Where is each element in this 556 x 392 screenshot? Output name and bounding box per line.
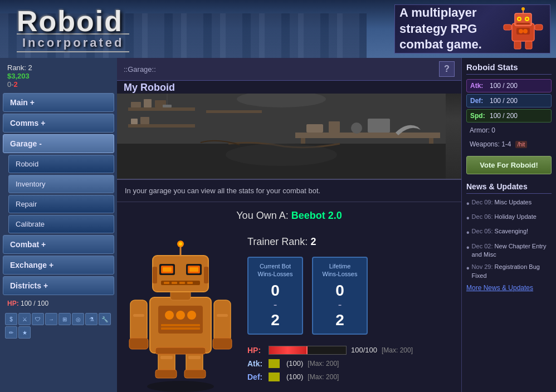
owns-label: You Own A: Beebot 2.0 [125,210,453,222]
current-losses: 2 [253,311,297,329]
garage-image [117,94,461,180]
svg-rect-52 [155,347,206,354]
lifetime-card: Lifetime Wins-Losses 0 - 2 [312,257,368,335]
star-icon[interactable]: ★ [18,326,31,339]
target-icon[interactable]: ◎ [72,313,84,325]
arrow-icon[interactable]: → [45,313,57,325]
bot-name: Beebot 2.0 [291,210,342,221]
svg-rect-69 [172,282,177,284]
atk-stat-label: Atk: [247,359,264,368]
header: Roboid Incorporated A multiplayer strate… [0,0,556,58]
sword-icon[interactable]: ⚔ [18,313,31,325]
news-bullet-3: • [466,242,470,253]
atk-stat-value: (100) [286,359,303,367]
svg-rect-44 [188,356,201,359]
svg-point-4 [518,18,520,20]
header-banner: A multiplayer strategy RPG combat game. [394,4,550,53]
news-item-2: • Dec 05: Scavenging! [466,227,552,238]
more-news-link[interactable]: More News & Updates [466,284,552,292]
svg-rect-75 [153,267,157,283]
shield-icon[interactable]: 🛡 [32,313,44,325]
svg-rect-11 [535,24,543,30]
robot-and-stats: Trainer Rank: 2 Current Bot Wins-Losses … [117,236,461,392]
trainer-rank-label: Trainer Rank: [247,236,308,247]
svg-point-37 [226,144,337,166]
sidebar-item-garage[interactable]: Garage - [3,134,114,153]
trainer-and-wins: Trainer Rank: 2 Current Bot Wins-Losses … [247,236,453,386]
news-text-3: Dec 02: New Chapter Entry and Misc [472,242,552,259]
armor-row: Armor: 0 [466,124,552,136]
hp-bar-area: HP: 100 / 100 [3,297,114,310]
svg-point-8 [519,29,523,33]
garage-title: My Roboid [117,82,461,94]
svg-rect-56 [213,338,232,349]
armor-text: Armor: 0 [470,126,495,134]
sidebar-item-districts[interactable]: Districts + [3,276,114,295]
garage-description: In your garage you can view all the stat… [117,180,461,202]
debt-prefix: 0- [7,80,14,89]
lifetime-losses: 2 [318,311,362,329]
news-bullet-4: • [466,263,470,273]
news-item-4: • Nov 29: Registration Bug Fixed [466,263,552,280]
svg-rect-13 [525,41,532,49]
stats-spd-row: Spd: 100 / 200 [466,109,552,122]
news-bullet-1: • [466,213,470,223]
svg-point-74 [179,242,182,246]
lifetime-wins: 0 [318,283,362,298]
hp-stat-value: 100/100 [351,346,377,354]
svg-point-5 [526,18,528,20]
robot-figure [125,236,236,392]
svg-rect-58 [217,314,228,317]
rank-label: Rank: [7,63,26,72]
svg-point-38 [147,381,214,392]
svg-rect-10 [504,24,511,30]
hp-label: HP: [7,300,19,307]
logo-title: Roboid [17,4,129,38]
svg-rect-54 [214,300,231,342]
svg-rect-42 [184,370,206,378]
sidebar-item-repair[interactable]: Repair [8,195,114,213]
logo-subtitle: Incorporated [17,33,129,52]
sidebar-item-main[interactable]: Main + [3,93,114,112]
roboid-info: You Own A: Beebot 2.0 [117,202,461,236]
atk-color-box [269,359,280,368]
sidebar-item-inventory[interactable]: Inventory [8,175,114,193]
sidebar-item-calibrate[interactable]: Calibrate [8,215,114,233]
svg-rect-41 [155,370,177,378]
stats-def-row: Def: 100 / 200 [466,94,552,107]
news-bullet-0: • [466,198,470,209]
vote-button[interactable]: Vote For Roboid! [466,156,552,174]
sidebar: Rank: 2 $3,203 0-2 Main + Comms + Garage… [0,58,117,392]
svg-rect-29 [429,138,433,144]
flask-icon[interactable]: ⚗ [85,313,97,325]
atk-max: [Max: 200] [308,360,339,367]
wrench-icon[interactable]: 🔧 [99,313,111,325]
svg-rect-55 [129,338,148,349]
def-stat-row: Def: (100) [Max: 200] [247,373,453,381]
svg-rect-43 [160,356,173,359]
sidebar-item-roboid[interactable]: Roboid [8,155,114,173]
pencil-icon[interactable]: ✏ [5,326,17,339]
svg-point-32 [351,122,362,134]
sidebar-item-comms[interactable]: Comms + [3,114,114,133]
stats-def-value: 100 / 200 [490,97,518,105]
svg-rect-50 [161,324,200,326]
def-stat-value: (100) [286,373,303,381]
sidebar-item-combat[interactable]: Combat + [3,235,114,254]
news-item-0: • Dec 09: Misc Updates [466,198,552,209]
svg-rect-25 [131,119,138,124]
help-button[interactable]: ? [439,61,455,77]
grid-icon[interactable]: ⊞ [58,313,71,325]
svg-point-48 [176,311,185,320]
atk-stat-row: Atk: (100) [Max: 200] [247,359,453,368]
dollar-icon[interactable]: $ [5,313,17,325]
news-title: News & Updates [466,182,552,194]
def-color-box [269,373,280,381]
banner-robot-icon [501,7,545,51]
svg-rect-21 [206,110,262,113]
news-text-1: Dec 06: Holiday Update [472,213,537,221]
svg-rect-57 [133,314,144,317]
hp-max: [Max: 200] [382,346,413,354]
svg-rect-20 [128,124,195,128]
sidebar-item-exchange[interactable]: Exchange + [3,256,114,275]
